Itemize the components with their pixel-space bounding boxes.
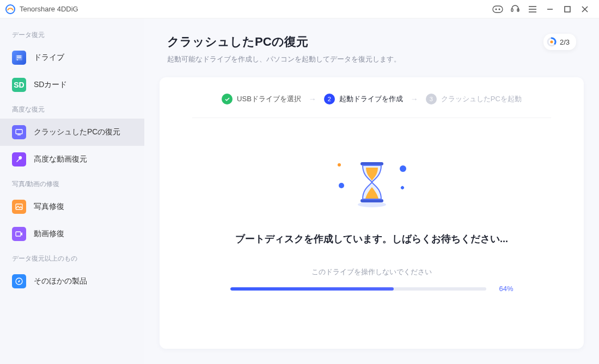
svg-rect-10	[565, 7, 570, 12]
support-icon[interactable]	[506, 2, 524, 17]
maximize-button[interactable]	[559, 2, 576, 17]
sidebar-item-video-repair[interactable]: 動画修復	[0, 220, 144, 248]
step-progress-text: 2/3	[560, 38, 570, 46]
hourglass-icon	[353, 159, 391, 208]
step-2: 2 起動ドライブを作成	[324, 94, 403, 104]
sidebar-item-adv-video[interactable]: 高度な動画復元	[0, 146, 144, 173]
sidebar-item-sd[interactable]: SD SDカード	[0, 71, 144, 98]
titlebar: Tenorshare 4DDiG	[0, 0, 599, 18]
progress: 64%	[192, 285, 551, 293]
body: データ復元 ドライブ SD SDカード 高度な復元 クラッシュしたPCの復元	[0, 18, 599, 364]
svg-point-0	[6, 5, 15, 14]
progress-ring-icon	[547, 37, 557, 47]
sidebar: データ復元 ドライブ SD SDカード 高度な復元 クラッシュしたPCの復元	[0, 18, 144, 364]
pc-crash-icon	[12, 125, 26, 139]
warning-message: このドライブを操作しないでください	[192, 267, 551, 277]
sidebar-item-label: 動画修復	[34, 229, 64, 239]
step-3: 3 クラッシュしたPCを起動	[426, 94, 522, 104]
progress-fill	[230, 287, 394, 291]
sd-icon: SD	[12, 78, 26, 92]
section-data-recovery: データ復元	[0, 24, 144, 44]
section-advanced-recovery: 高度な復元	[0, 98, 144, 119]
sidebar-item-label: 高度な動画復元	[34, 155, 87, 164]
step-number: 2	[324, 94, 335, 104]
sidebar-item-other-products[interactable]: そのほかの製品	[0, 268, 144, 295]
app-title: Tenorshare 4DDiG	[20, 5, 78, 13]
status-message: ブートディスクを作成しています。しばらくお待ちください...	[192, 232, 551, 245]
progress-bar	[230, 287, 486, 291]
arrow-right-icon: →	[309, 95, 316, 103]
assistant-icon[interactable]	[489, 2, 506, 17]
sidebar-item-label: そのほかの製品	[34, 276, 87, 286]
sidebar-item-label: 写真修復	[34, 202, 64, 212]
sidebar-item-label: クラッシュしたPCの復元	[34, 127, 120, 137]
sparkle-icon	[400, 186, 404, 190]
step-progress-badge: 2/3	[543, 34, 576, 50]
app-logo-icon	[5, 4, 15, 14]
content-card: USBドライブを選択 → 2 起動ドライブを作成 → 3 クラッシュしたPCを起…	[160, 77, 584, 349]
step-1: USBドライブを選択	[222, 94, 301, 104]
sidebar-item-photo-repair[interactable]: 写真修復	[0, 193, 144, 220]
sparkle-icon	[337, 182, 345, 189]
sidebar-item-drive[interactable]: ドライブ	[0, 44, 144, 71]
page-subtitle: 起動可能なドライブを作成し、パソコンを起動してデータを復元します。	[167, 54, 543, 64]
svg-rect-18	[16, 232, 21, 236]
main-panel: クラッシュしたPCの復元 起動可能なドライブを作成し、パソコンを起動してデータを…	[144, 18, 599, 364]
svg-point-21	[550, 40, 553, 43]
app-window: Tenorshare 4DDiG データ復元 ドライブ	[0, 0, 599, 364]
photo-icon	[12, 200, 26, 214]
page-header: クラッシュしたPCの復元 起動可能なドライブを作成し、パソコンを起動してデータを…	[144, 18, 599, 72]
stepper: USBドライブを選択 → 2 起動ドライブを作成 → 3 クラッシュしたPCを起…	[192, 94, 551, 118]
svg-point-14	[17, 59, 18, 60]
check-icon	[222, 94, 233, 104]
sidebar-item-label: SDカード	[34, 80, 67, 90]
progress-percent: 64%	[494, 285, 514, 293]
step-label: USBドライブを選択	[237, 94, 301, 104]
menu-icon[interactable]	[524, 2, 541, 17]
sparkle-icon	[338, 163, 341, 166]
svg-rect-17	[16, 204, 22, 209]
svg-point-22	[358, 202, 386, 207]
wrench-icon	[12, 152, 26, 166]
compass-icon	[12, 274, 26, 288]
drive-icon	[12, 51, 26, 65]
step-label: 起動ドライブを作成	[339, 94, 403, 104]
step-label: クラッシュしたPCを起動	[441, 94, 522, 104]
section-media-repair: 写真/動画の修復	[0, 173, 144, 193]
svg-rect-4	[511, 9, 513, 11]
sidebar-item-crash[interactable]: クラッシュしたPCの復元	[0, 119, 144, 146]
sparkle-icon	[398, 164, 407, 174]
close-button[interactable]	[576, 2, 594, 17]
svg-point-3	[499, 8, 500, 10]
sidebar-item-label: ドライブ	[34, 53, 64, 63]
video-icon	[12, 227, 26, 241]
svg-point-2	[496, 8, 497, 10]
minimize-button[interactable]	[541, 2, 559, 17]
page-title: クラッシュしたPCの復元	[167, 34, 543, 50]
step-number: 3	[426, 94, 437, 104]
svg-rect-15	[16, 129, 22, 134]
svg-rect-1	[493, 6, 503, 13]
hourglass-illustration	[192, 151, 551, 216]
arrow-right-icon: →	[411, 95, 418, 103]
section-more: データ復元以上のもの	[0, 248, 144, 268]
